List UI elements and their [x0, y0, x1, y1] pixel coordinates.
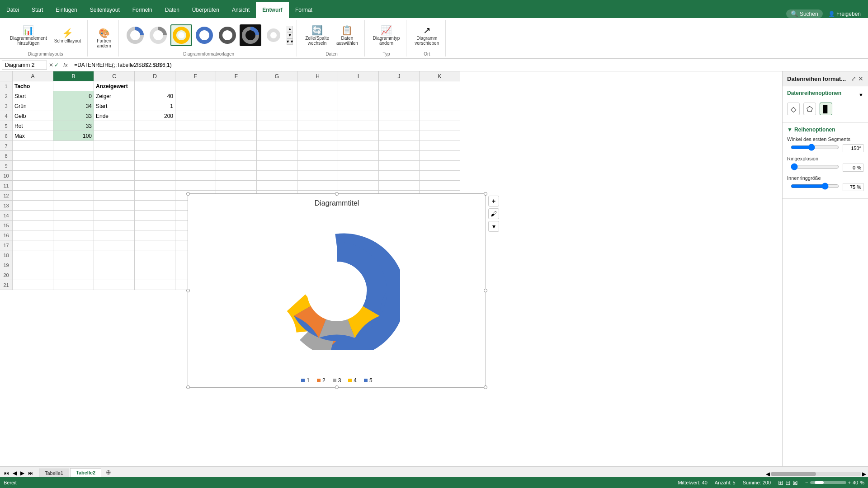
table-cell[interactable]	[94, 250, 135, 260]
panel-barchart-icon[interactable]: ▊	[820, 103, 832, 115]
table-cell[interactable]	[379, 121, 420, 131]
table-cell[interactable]	[257, 101, 297, 111]
handle-tr[interactable]	[484, 192, 487, 196]
handle-tl[interactable]	[186, 192, 190, 196]
table-cell[interactable]	[420, 111, 460, 121]
table-cell[interactable]	[53, 201, 94, 211]
chart-style-1[interactable]	[124, 24, 146, 46]
table-cell[interactable]	[175, 171, 216, 181]
table-cell[interactable]	[379, 181, 420, 191]
col-header-d[interactable]: D	[135, 71, 175, 81]
table-cell[interactable]	[257, 181, 297, 191]
table-cell[interactable]	[135, 181, 175, 191]
table-cell[interactable]	[338, 121, 379, 131]
handle-bm[interactable]	[335, 385, 339, 389]
table-cell[interactable]	[175, 151, 216, 161]
table-cell[interactable]	[13, 260, 53, 270]
table-cell[interactable]	[338, 171, 379, 181]
dropdown-arrow[interactable]: ▼	[859, 92, 863, 98]
table-cell[interactable]	[13, 151, 53, 161]
handle-br[interactable]	[484, 385, 487, 389]
table-cell[interactable]	[13, 221, 53, 230]
add-sheet-button[interactable]: ⊕	[102, 467, 115, 477]
table-cell[interactable]	[13, 171, 53, 181]
table-cell[interactable]: 33	[53, 121, 94, 131]
chart-style-6[interactable]	[240, 24, 261, 46]
table-cell[interactable]	[175, 141, 216, 151]
table-cell[interactable]	[420, 131, 460, 141]
table-cell[interactable]	[175, 161, 216, 171]
tab-entwurf[interactable]: Entwurf	[256, 2, 289, 18]
table-cell[interactable]	[216, 161, 257, 171]
tab-einfuegen[interactable]: Einfügen	[49, 2, 83, 18]
tab-ansicht[interactable]: Ansicht	[226, 2, 256, 18]
sheet-next-button[interactable]: ▶	[19, 469, 26, 477]
table-cell[interactable]	[338, 181, 379, 191]
table-cell[interactable]	[53, 230, 94, 240]
table-cell[interactable]	[53, 161, 94, 171]
table-cell[interactable]	[53, 171, 94, 181]
handle-bl[interactable]	[186, 385, 190, 389]
col-header-e[interactable]: E	[175, 71, 216, 81]
table-cell[interactable]: Grün	[13, 101, 53, 111]
page-break-button[interactable]: ⊠	[793, 479, 798, 486]
table-cell[interactable]	[53, 81, 94, 91]
table-cell[interactable]	[13, 280, 53, 290]
table-cell[interactable]	[420, 151, 460, 161]
chart-style-4[interactable]	[193, 24, 215, 46]
table-cell[interactable]	[216, 91, 257, 101]
table-cell[interactable]: Gelb	[13, 111, 53, 121]
table-cell[interactable]	[297, 141, 338, 151]
page-layout-button[interactable]: ⊟	[785, 479, 791, 486]
table-cell[interactable]	[420, 121, 460, 131]
tab-daten[interactable]: Daten	[159, 2, 186, 18]
table-cell[interactable]	[379, 171, 420, 181]
table-cell[interactable]	[13, 191, 53, 201]
col-header-b[interactable]: B	[53, 71, 94, 81]
scroll-left-button[interactable]: ◀	[766, 471, 770, 477]
table-cell[interactable]: 40	[135, 91, 175, 101]
diagrammtyp-button[interactable]: 📈 Diagrammtypändern	[370, 23, 402, 47]
table-cell[interactable]: Tacho	[13, 81, 53, 91]
table-cell[interactable]	[135, 81, 175, 91]
table-cell[interactable]	[13, 230, 53, 240]
table-cell[interactable]	[94, 270, 135, 280]
scroll-down-button[interactable]: ▼	[287, 32, 293, 38]
table-cell[interactable]	[257, 151, 297, 161]
table-cell[interactable]	[94, 171, 135, 181]
table-cell[interactable]	[297, 181, 338, 191]
table-cell[interactable]	[175, 81, 216, 91]
table-cell[interactable]	[297, 101, 338, 111]
search-bar[interactable]: 🔍 Suchen	[786, 9, 823, 18]
table-cell[interactable]	[94, 240, 135, 250]
table-cell[interactable]	[135, 131, 175, 141]
table-cell[interactable]	[338, 131, 379, 141]
table-cell[interactable]	[338, 111, 379, 121]
table-cell[interactable]	[175, 121, 216, 131]
scroll-expand-button[interactable]: ▼▼	[287, 38, 293, 45]
table-cell[interactable]	[94, 280, 135, 290]
table-cell[interactable]	[216, 151, 257, 161]
table-cell[interactable]	[338, 81, 379, 91]
table-cell[interactable]	[420, 81, 460, 91]
table-cell[interactable]: Start	[94, 101, 135, 111]
cancel-formula-icon[interactable]: ✕	[49, 62, 53, 68]
handle-mr[interactable]	[484, 289, 487, 292]
table-cell[interactable]: Anzeigewert	[94, 81, 135, 91]
table-cell[interactable]	[135, 211, 175, 221]
confirm-formula-icon[interactable]: ✓	[54, 62, 59, 68]
tab-format[interactable]: Format	[289, 2, 319, 18]
col-header-g[interactable]: G	[257, 71, 297, 81]
table-cell[interactable]: Zeiger	[94, 91, 135, 101]
table-cell[interactable]	[135, 161, 175, 171]
chart-style-3[interactable]	[170, 24, 192, 46]
table-cell[interactable]	[420, 141, 460, 151]
table-cell[interactable]	[175, 91, 216, 101]
share-button[interactable]: 👤 Freigeben	[828, 11, 861, 17]
table-cell[interactable]	[135, 141, 175, 151]
table-cell[interactable]	[216, 81, 257, 91]
table-cell[interactable]	[338, 91, 379, 101]
table-cell[interactable]	[135, 280, 175, 290]
table-cell[interactable]	[379, 131, 420, 141]
diagramm-verschieben-button[interactable]: ↗ Diagrammverschieben	[412, 23, 442, 47]
